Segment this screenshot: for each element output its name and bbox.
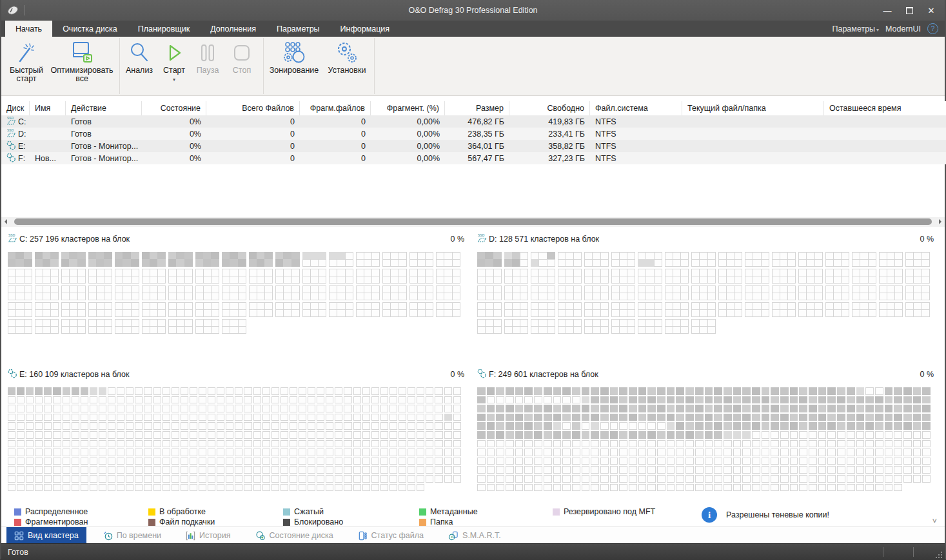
view-tab-2[interactable]: По времени: [95, 527, 169, 544]
menu-tab-4[interactable]: Дополнения: [200, 21, 266, 37]
scroll-left-arrow-icon[interactable]: [5, 219, 7, 224]
cluster-cell: [337, 293, 345, 300]
drive-row-E[interactable]: E:Готов - Монитор...0%000,00%364,01 ГБ35…: [1, 140, 946, 152]
scroll-right-arrow-icon[interactable]: [939, 219, 941, 224]
cluster-block: [329, 269, 353, 283]
cluster-cell: [308, 449, 315, 456]
cluster-cell: [798, 309, 807, 317]
cluster-cell: [380, 387, 388, 395]
menu-tab-6[interactable]: Информация: [330, 21, 400, 37]
modernui-toggle[interactable]: ModernUI: [885, 24, 921, 34]
menu-tab-1[interactable]: Начать: [5, 21, 52, 37]
cluster-cell: [275, 259, 284, 267]
cluster-cell: [699, 309, 707, 317]
start-button[interactable]: Старт ▾: [159, 39, 190, 84]
cluster-cell: [922, 449, 931, 456]
menu-tab-5[interactable]: Параметры: [266, 21, 330, 37]
cluster-cell: [299, 414, 306, 421]
column-header-current[interactable]: Текущий файл/папка: [682, 101, 824, 115]
cluster-cell: [226, 422, 233, 430]
settings-button[interactable]: Установки: [324, 39, 370, 75]
analyze-button[interactable]: Анализ: [123, 39, 156, 75]
optimize-all-button[interactable]: Оптимизировать все: [48, 39, 116, 83]
start-dropdown-caret-icon[interactable]: ▾: [173, 75, 175, 84]
cluster-cell: [364, 259, 372, 267]
column-header-fragf[interactable]: Фрагм.файлов: [300, 101, 371, 115]
minimize-button[interactable]: —: [878, 3, 897, 18]
column-header-state[interactable]: Состояние: [142, 101, 206, 115]
help-icon[interactable]: ?: [927, 23, 938, 34]
cluster-cell: [572, 484, 580, 492]
column-header-action[interactable]: Действие: [66, 101, 142, 115]
cluster-cell: [53, 466, 61, 474]
cluster-cell: [562, 396, 571, 404]
column-header-total[interactable]: Всего Файлов: [206, 101, 300, 115]
cluster-cell: [96, 259, 104, 267]
scrollbar-thumb[interactable]: [14, 218, 932, 225]
view-tab-1[interactable]: Вид кластера: [6, 527, 86, 544]
view-tab-4[interactable]: Состояние диска: [248, 527, 341, 544]
column-header-remaining[interactable]: Оставшееся время: [824, 101, 946, 115]
svg-text:SSD: SSD: [7, 115, 14, 119]
cluster-cell: [235, 440, 242, 448]
view-tab-6[interactable]: S.M.A.R.T.: [440, 527, 509, 544]
column-header-name[interactable]: Имя: [30, 101, 66, 115]
cluster-cell: [762, 405, 770, 412]
quick-start-button[interactable]: Быстрый старт: [6, 39, 46, 83]
cluster-cell: [582, 414, 590, 421]
cluster-cell: [865, 414, 874, 421]
resize-grip[interactable]: [934, 550, 942, 558]
cluster-cell: [253, 431, 261, 439]
cluster-cell: [894, 276, 903, 284]
drive-row-F[interactable]: F:Нов...Готов - Монитор...0%000,00%567,4…: [1, 152, 946, 164]
cluster-cell: [477, 326, 486, 334]
cluster-cell: [199, 431, 206, 439]
cluster-block: [302, 252, 326, 266]
cluster-grid-row: [477, 252, 932, 266]
cluster-cell: [538, 276, 547, 284]
column-header-fragp[interactable]: Фрагмент. (%): [371, 101, 445, 115]
cluster-cell: [572, 440, 580, 448]
column-header-free[interactable]: Свободно: [509, 101, 590, 115]
cluster-cell: [453, 396, 461, 404]
cluster-cell: [163, 387, 170, 395]
cluster-panel-D: SSDD: 128 571 кластеров на блок0 %: [477, 233, 934, 362]
parameters-menu[interactable]: Параметры▾: [832, 24, 879, 34]
cluster-cell: [190, 440, 197, 448]
cluster-cell: [841, 293, 849, 300]
cluster-cell: [371, 466, 379, 474]
cluster-cell: [562, 458, 571, 465]
cluster-cell: [17, 449, 25, 456]
maximize-button[interactable]: [900, 3, 919, 18]
cluster-cell: [496, 466, 504, 474]
legend-collapse-chevron-icon[interactable]: ˅: [932, 516, 937, 526]
column-header-fs[interactable]: Файл.система: [590, 101, 682, 115]
cluster-cell: [362, 440, 370, 448]
cluster-cell: [317, 396, 324, 404]
drive-row-C[interactable]: SSDC:Готов0%000,00%476,82 ГБ419,83 ГБNTF…: [1, 115, 946, 128]
close-button[interactable]: ✕: [921, 3, 941, 18]
cluster-cell: [742, 387, 751, 395]
cluster-cell: [290, 466, 297, 474]
zoning-button[interactable]: Зонирование: [267, 39, 321, 75]
cluster-cell: [35, 276, 43, 284]
cluster-cell: [181, 475, 188, 483]
drive-row-D[interactable]: SSDD:Готов0%000,00%238,35 ГБ233,41 ГБNTF…: [1, 128, 946, 140]
cluster-cell: [665, 326, 673, 334]
horizontal-scrollbar[interactable]: [1, 217, 945, 227]
menu-tab-2[interactable]: Очистка диска: [52, 21, 128, 37]
view-tab-3[interactable]: История: [178, 527, 238, 544]
cluster-cell: [611, 259, 620, 267]
cluster-cell: [477, 484, 486, 492]
cluster-cell: [818, 405, 827, 412]
column-header-disk[interactable]: Диск: [1, 101, 30, 115]
cluster-cell: [619, 396, 627, 404]
cluster-cell: [894, 484, 902, 492]
cluster-cell: [99, 466, 106, 474]
cluster-cell: [629, 484, 637, 492]
column-header-size[interactable]: Размер: [445, 101, 509, 115]
view-tab-5[interactable]: Статус файла: [350, 527, 431, 544]
cluster-cell: [903, 414, 912, 421]
legend-label: Распределенное: [25, 507, 88, 516]
menu-tab-3[interactable]: Планировщик: [128, 21, 200, 37]
